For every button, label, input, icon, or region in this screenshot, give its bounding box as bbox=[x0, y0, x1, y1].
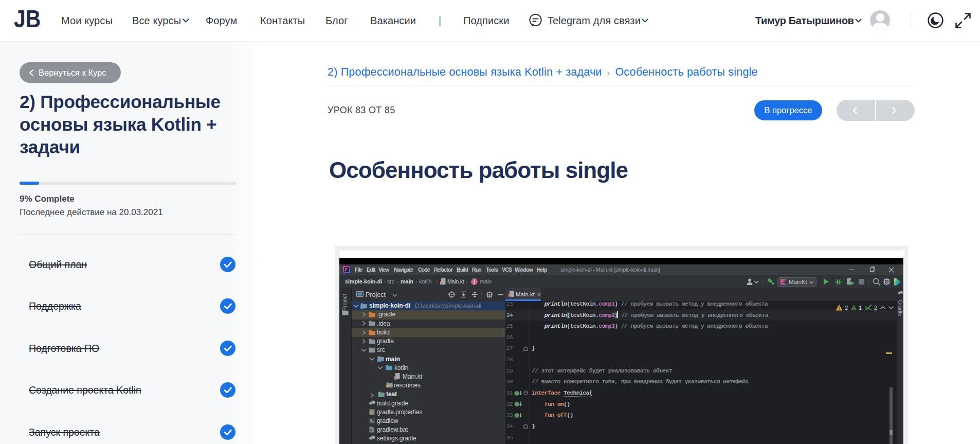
svg-text:IJ: IJ bbox=[345, 268, 348, 271]
